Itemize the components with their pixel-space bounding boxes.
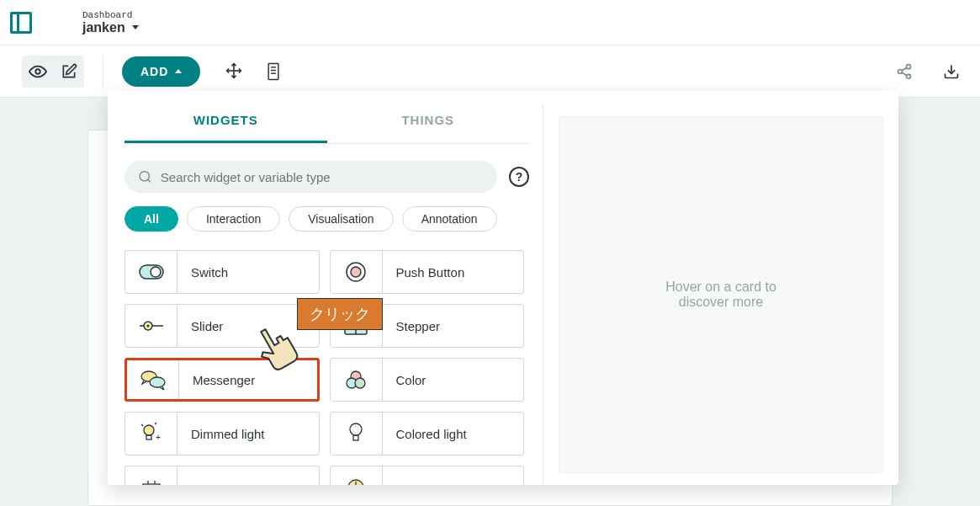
svg-rect-33 — [146, 435, 151, 439]
svg-point-7 — [907, 64, 911, 68]
widget-switch[interactable]: Switch — [124, 250, 320, 294]
svg-point-31 — [355, 378, 365, 388]
svg-text:+: + — [156, 433, 161, 442]
svg-point-16 — [151, 267, 161, 277]
widget-label — [177, 466, 319, 485]
color-icon — [331, 359, 383, 401]
breadcrumb: Dashboard — [82, 10, 139, 20]
filter-all[interactable]: All — [124, 206, 178, 232]
svg-rect-3 — [268, 63, 278, 79]
project-name: janken — [82, 20, 125, 35]
download-icon[interactable] — [943, 63, 960, 80]
widget-color[interactable]: Color — [330, 358, 525, 402]
widget-picker-panel: WIDGETS THINGS ? All Interaction Visuali… — [108, 104, 543, 485]
header-title-block[interactable]: Dashboard janken — [82, 10, 139, 35]
divider — [103, 55, 103, 88]
svg-line-14 — [148, 179, 151, 182]
eye-icon[interactable] — [29, 62, 47, 81]
slider-icon — [125, 305, 177, 347]
chevron-up-icon — [175, 69, 182, 73]
svg-point-13 — [140, 172, 149, 181]
widget-label: Stepper — [383, 305, 524, 347]
widget-label — [383, 466, 524, 485]
move-icon[interactable] — [225, 62, 242, 81]
widget-partial-2[interactable] — [330, 466, 525, 485]
sidebar-toggle-icon[interactable] — [10, 12, 32, 34]
pointing-hand-icon — [246, 320, 305, 379]
tutorial-annotation: クリック — [297, 298, 383, 330]
device-icon[interactable] — [266, 62, 281, 81]
add-button-label: ADD — [140, 65, 168, 78]
share-icon[interactable] — [896, 63, 913, 80]
filter-row: All Interaction Visualisation Annotation — [124, 206, 529, 232]
svg-point-0 — [35, 69, 40, 74]
svg-line-10 — [902, 72, 907, 75]
preview-placeholder: Hover on a card to discover more — [559, 116, 883, 473]
filter-interaction[interactable]: Interaction — [187, 206, 280, 232]
switch-icon — [125, 251, 177, 293]
push-button-icon — [331, 251, 383, 293]
widget-label: Switch — [177, 251, 319, 293]
widget-colored-light[interactable]: Colored light — [330, 412, 525, 455]
filter-annotation[interactable]: Annotation — [402, 206, 497, 232]
dimmed-light-icon: + — [125, 413, 177, 455]
app-header: Dashboard janken — [0, 0, 980, 45]
widget-push-button[interactable]: Push Button — [330, 250, 525, 294]
preview-text-1: Hover on a card to — [665, 280, 776, 295]
picker-tabs: WIDGETS THINGS — [124, 104, 529, 144]
edit-icon[interactable] — [61, 63, 77, 80]
tab-widgets[interactable]: WIDGETS — [124, 104, 327, 143]
search-box[interactable] — [124, 161, 497, 193]
widget-label: Push Button — [383, 251, 524, 293]
svg-rect-38 — [353, 435, 358, 440]
preview-panel: Hover on a card to discover more — [543, 104, 898, 485]
search-input[interactable] — [161, 170, 484, 184]
svg-point-37 — [350, 423, 362, 435]
svg-line-34 — [141, 424, 143, 426]
widgets-grid: Switch Push Button Slider Stepper — [124, 250, 529, 485]
svg-line-11 — [902, 67, 907, 70]
svg-point-18 — [351, 267, 361, 277]
svg-point-21 — [146, 325, 149, 328]
widget-label: Colored light — [383, 413, 524, 455]
action-bar: ADD — [0, 45, 980, 98]
chevron-down-icon — [132, 25, 139, 29]
svg-rect-39 — [143, 484, 160, 485]
widget-partial-1[interactable] — [124, 466, 320, 485]
add-button[interactable]: ADD — [122, 56, 200, 87]
annotation-label: クリック — [297, 298, 383, 330]
add-widget-popover: WIDGETS THINGS ? All Interaction Visuali… — [108, 91, 898, 485]
filter-visualisation[interactable]: Visualisation — [289, 206, 393, 232]
svg-point-8 — [898, 69, 903, 73]
colored-light-icon — [331, 413, 383, 455]
svg-line-35 — [155, 423, 156, 424]
preview-text-2: discover more — [679, 295, 763, 310]
svg-point-28 — [150, 377, 165, 387]
messenger-icon — [127, 360, 179, 399]
view-mode-toggle[interactable] — [22, 56, 84, 88]
svg-point-9 — [907, 74, 911, 78]
widget-label: Color — [383, 359, 524, 401]
widget-dimmed-light[interactable]: + Dimmed light — [124, 412, 320, 455]
widget-label: Dimmed light — [177, 413, 319, 455]
search-icon — [138, 169, 152, 184]
tab-things[interactable]: THINGS — [327, 104, 530, 143]
svg-point-32 — [144, 425, 154, 435]
generic-widget-icon — [125, 466, 177, 485]
help-icon[interactable]: ? — [509, 167, 529, 187]
generic-widget-icon — [331, 466, 383, 485]
